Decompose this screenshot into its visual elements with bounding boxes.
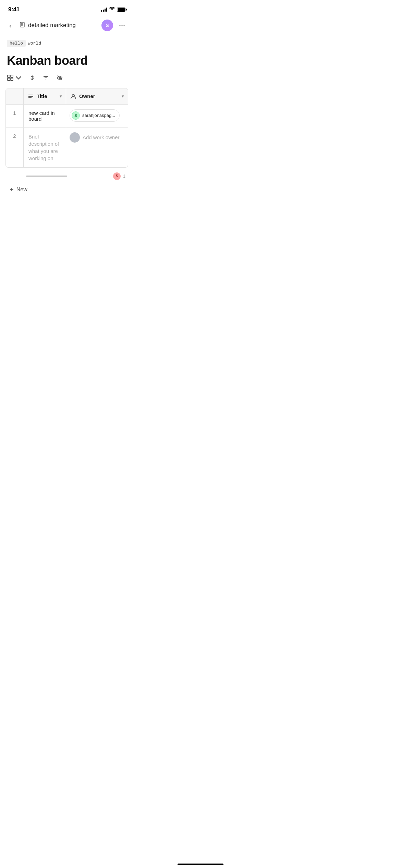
owner-column-label: Owner (79, 93, 95, 99)
svg-rect-9 (8, 78, 10, 81)
status-time: 9:41 (8, 6, 20, 13)
grid-view-button[interactable] (7, 74, 22, 81)
battery-icon (117, 8, 125, 12)
hide-button[interactable] (56, 74, 63, 81)
nav-title: detailed marketing (28, 22, 99, 29)
more-options-button[interactable] (116, 19, 128, 32)
footer-area: S 1 + New (7, 168, 127, 197)
toolbar (7, 74, 127, 81)
content-area: hello world Kanban board (0, 34, 134, 197)
page-title: Kanban board (7, 54, 127, 68)
tag-hello: hello (7, 40, 26, 47)
row-2-index: 2 (6, 128, 24, 167)
header-index-col (6, 88, 24, 104)
wifi-icon (109, 7, 115, 12)
svg-point-4 (120, 25, 121, 26)
row-1-index: 1 (6, 105, 24, 127)
tag-line: hello world (7, 40, 127, 47)
svg-point-5 (122, 25, 123, 26)
sort-button[interactable] (29, 74, 36, 81)
header-title-col[interactable]: Title ▾ (24, 88, 66, 104)
tag-world: world (28, 41, 41, 46)
svg-rect-7 (8, 75, 10, 77)
scroll-count: 1 (123, 173, 125, 179)
add-owner-label: Add work owner (83, 134, 120, 140)
row-1-owner[interactable]: S sarahjonaspag... (66, 105, 128, 127)
scroll-count-area: S 1 (113, 172, 125, 180)
back-chevron-icon: ‹ (9, 22, 12, 29)
horizontal-scrollbar[interactable] (26, 176, 67, 177)
row-2-owner[interactable]: Add work owner (66, 128, 128, 167)
doc-icon (19, 22, 25, 29)
new-item-button[interactable]: + New (8, 185, 127, 194)
table-row: 2 Brief description of what you are work… (6, 128, 128, 167)
title-column-label: Title (37, 93, 47, 99)
back-button[interactable]: ‹ (4, 19, 16, 32)
mini-avatar: S (113, 172, 121, 180)
owner-column-chevron-icon: ▾ (122, 94, 124, 99)
svg-rect-8 (11, 75, 13, 77)
status-icons (101, 7, 125, 12)
kanban-table: Title ▾ Owner ▾ 1 new card in board (5, 88, 128, 168)
plus-icon: + (10, 186, 14, 193)
nav-bar: ‹ detailed marketing S (0, 16, 134, 34)
user-avatar-button[interactable]: S (101, 20, 113, 31)
row-1-title[interactable]: new card in board (24, 105, 66, 127)
scroll-row: S 1 (7, 172, 127, 180)
row-2-title-placeholder[interactable]: Brief description of what you are workin… (24, 128, 66, 167)
grid-chevron-icon (15, 74, 22, 81)
owner-name: sarahjonaspag... (82, 113, 115, 118)
status-bar: 9:41 (0, 0, 134, 16)
new-button-label: New (16, 186, 27, 193)
add-owner-button[interactable]: Add work owner (70, 132, 120, 143)
title-column-chevron-icon: ▾ (60, 94, 62, 99)
table-row: 1 new card in board S sarahjonaspag... (6, 105, 128, 128)
add-owner-circle-icon (70, 132, 80, 143)
svg-rect-10 (11, 78, 13, 81)
filter-button[interactable] (42, 74, 49, 81)
owner-chip[interactable]: S sarahjonaspag... (70, 109, 120, 122)
svg-point-6 (124, 25, 125, 26)
owner-column-icon (70, 93, 76, 99)
owner-avatar: S (72, 111, 80, 120)
header-owner-col[interactable]: Owner ▾ (66, 88, 128, 104)
table-header: Title ▾ Owner ▾ (6, 88, 128, 105)
signal-icon (101, 8, 107, 12)
title-column-icon (28, 93, 34, 99)
